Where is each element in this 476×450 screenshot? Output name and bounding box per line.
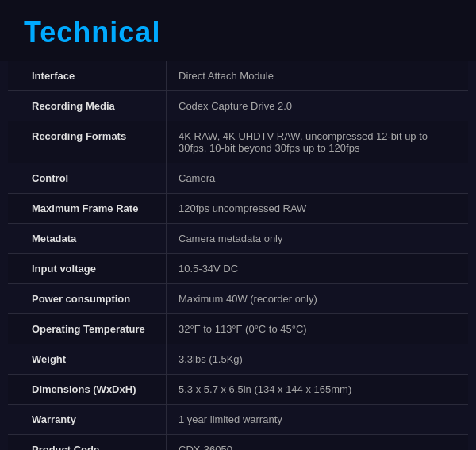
spec-label: Metadata <box>8 224 167 253</box>
table-row: ControlCamera <box>8 163 468 194</box>
spec-label: Product Code <box>8 435 167 450</box>
spec-value: 10.5-34V DC <box>167 254 468 283</box>
spec-label: Input voltage <box>8 254 167 283</box>
specs-table-wrapper: InterfaceDirect Attach ModuleRecording M… <box>0 61 476 450</box>
table-row: Input voltage10.5-34V DC <box>8 254 468 284</box>
spec-label: Power consumption <box>8 284 167 313</box>
spec-value: Camera metadata only <box>167 224 468 253</box>
spec-label: Interface <box>8 61 167 90</box>
header-section: Technical <box>0 0 476 61</box>
spec-label: Operating Temperature <box>8 314 167 344</box>
page-title: Technical <box>24 16 452 49</box>
spec-value: Maximum 40W (recorder only) <box>167 284 468 313</box>
spec-label: Weight <box>8 344 167 374</box>
spec-value: CDX-36050 <box>167 435 468 450</box>
table-row: Product CodeCDX-36050 <box>8 435 468 450</box>
page-container: Technical InterfaceDirect Attach ModuleR… <box>0 0 476 450</box>
spec-label: Recording Formats <box>8 121 167 163</box>
spec-value: 5.3 x 5.7 x 6.5in (134 x 144 x 165mm) <box>167 375 468 404</box>
spec-value: 1 year limited warranty <box>167 405 468 434</box>
table-row: Warranty1 year limited warranty <box>8 405 468 435</box>
table-row: Recording MediaCodex Capture Drive 2.0 <box>8 91 468 121</box>
table-row: Weight3.3lbs (1.5Kg) <box>8 344 468 375</box>
spec-label: Dimensions (WxDxH) <box>8 375 167 404</box>
table-row: Operating Temperature32°F to 113°F (0°C … <box>8 314 468 344</box>
spec-value: 32°F to 113°F (0°C to 45°C) <box>167 314 468 344</box>
spec-label: Warranty <box>8 405 167 434</box>
spec-value: 4K RAW, 4K UHDTV RAW, uncompressed 12-bi… <box>167 121 468 163</box>
spec-value: 3.3lbs (1.5Kg) <box>167 344 468 374</box>
specs-table: InterfaceDirect Attach ModuleRecording M… <box>8 61 468 450</box>
table-row: InterfaceDirect Attach Module <box>8 61 468 91</box>
spec-label: Recording Media <box>8 91 167 121</box>
spec-value: Codex Capture Drive 2.0 <box>167 91 468 121</box>
table-row: MetadataCamera metadata only <box>8 224 468 254</box>
table-row: Power consumptionMaximum 40W (recorder o… <box>8 284 468 314</box>
table-row: Dimensions (WxDxH)5.3 x 5.7 x 6.5in (134… <box>8 375 468 405</box>
spec-value: 120fps uncompressed RAW <box>167 194 468 223</box>
spec-label: Maximum Frame Rate <box>8 194 167 223</box>
table-row: Recording Formats4K RAW, 4K UHDTV RAW, u… <box>8 121 468 163</box>
spec-value: Direct Attach Module <box>167 61 468 90</box>
spec-value: Camera <box>167 163 468 193</box>
spec-label: Control <box>8 163 167 193</box>
table-row: Maximum Frame Rate120fps uncompressed RA… <box>8 194 468 224</box>
